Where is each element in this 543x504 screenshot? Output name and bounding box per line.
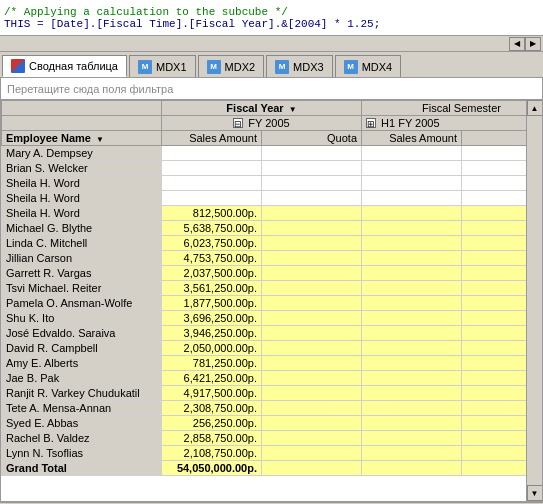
expand-h1fy2005[interactable]: ⊞ [366,118,376,128]
code-bar: /* Applying a calculation to the subcube… [0,0,543,36]
employee-name-cell: Rachel B. Valdez [2,431,162,446]
expand-fy2005[interactable]: ⊟ [233,118,243,128]
employee-col-header-mid [2,116,162,131]
employee-name-cell: Mary A. Dempsey [2,146,162,161]
tab-mdx2[interactable]: M MDX2 [198,55,265,77]
scrollbar-track[interactable] [527,116,542,485]
data-cell [262,176,362,191]
employee-name-cell: David R. Campbell [2,341,162,356]
tab-pivot[interactable]: Сводная таблица [2,55,127,77]
data-cell [362,236,462,251]
comment-line: /* Applying a calculation to the subcube… [4,6,539,18]
fy2005-header: ⊟ FY 2005 [162,116,362,131]
data-cell [362,221,462,236]
fiscal-year-header: Fiscal Year ▼ [162,101,362,116]
employee-name-cell: Michael G. Blythe [2,221,162,236]
data-cell [362,281,462,296]
data-cell [362,386,462,401]
filter-placeholder: Перетащите сюда поля фильтра [7,83,173,95]
employee-name-cell: Amy E. Alberts [2,356,162,371]
fy-sales-header: Sales Amount [162,131,262,146]
tab-mdx1[interactable]: M MDX1 [129,55,196,77]
data-cell [262,446,362,461]
main-content: Fiscal Year ▼ Fiscal Semester Grand Tota… [0,100,543,502]
employee-name-cell: Jae B. Pak [2,371,162,386]
data-cell: 256,250.00р. [162,416,262,431]
scroll-left-button[interactable]: ◀ [509,37,525,51]
data-cell [462,221,527,236]
vertical-scrollbar: ▲ ▼ [526,100,542,501]
table-row: Sheila H. Word [2,191,527,206]
employee-name-cell: Ranjit R. Varkey Chudukatil [2,386,162,401]
data-cell: 2,108,750.00р. [162,446,262,461]
mdx3-icon: M [275,60,289,74]
data-cell: 2,037,500.00р. [162,266,262,281]
scroll-arrows-bar: ◀ ▶ [0,36,543,52]
tab-mdx3[interactable]: M MDX3 [266,55,333,77]
mdx2-icon: M [207,60,221,74]
table-row: Jillian Carson4,753,750.00р.4,753,750.00… [2,251,527,266]
column-header-row1: Fiscal Year ▼ Fiscal Semester Grand Tota… [2,101,527,116]
data-cell [362,176,462,191]
data-cell [462,176,527,191]
data-cell [362,371,462,386]
data-cell [462,296,527,311]
column-header-row3: Employee Name ▼ Sales Amount Quota Sales… [2,131,527,146]
employee-name-cell: Syed E. Abbas [2,416,162,431]
data-cell [462,146,527,161]
fiscal-year-label: Fiscal Year [226,102,283,114]
data-cell: 781,250.00р. [162,356,262,371]
data-cell [462,356,527,371]
table-row: Tsvi Michael. Reiter3,561,250.00р.3,561,… [2,281,527,296]
data-cell [162,176,262,191]
employee-name-cell: Sheila H. Word [2,206,162,221]
data-cell [362,341,462,356]
table-row: José Edvaldo. Saraiva3,946,250.00р.3,946… [2,326,527,341]
table-row: Rachel B. Valdez2,858,750.00р.2,858,750.… [2,431,527,446]
employee-name-cell: José Edvaldo. Saraiva [2,326,162,341]
table-row: Lynn N. Tsoflias2,108,750.00р.2,108,750.… [2,446,527,461]
data-cell: 1,877,500.00р. [162,296,262,311]
data-cell [462,236,527,251]
employee-name-cell: Lynn N. Tsoflias [2,446,162,461]
data-cell [262,341,362,356]
fy-quota-header: Quota [262,131,362,146]
table-row: Linda C. Mitchell6,023,750.00р.6,023,750… [2,236,527,251]
data-cell [462,341,527,356]
table-row: Shu K. Ito3,696,250.00р.3,696,250.00р. [2,311,527,326]
h1-quota-header: Quota [462,131,527,146]
data-cell [262,416,362,431]
table-row: Mary A. Dempsey [2,146,527,161]
data-cell [462,311,527,326]
scroll-up-button[interactable]: ▲ [527,100,543,116]
data-cell [262,251,362,266]
data-cell: 2,858,750.00р. [162,431,262,446]
employee-sort-icon: ▼ [96,135,104,144]
employee-name-cell: Tete A. Mensa-Annan [2,401,162,416]
tab-mdx4[interactable]: M MDX4 [335,55,402,77]
sort-icon: ▼ [289,105,297,114]
employee-name-cell: Jillian Carson [2,251,162,266]
scroll-right-button[interactable]: ▶ [525,37,541,51]
employee-name-header[interactable]: Employee Name ▼ [2,131,162,146]
data-cell [462,161,527,176]
table-row: Brian S. Welcker [2,161,527,176]
scroll-down-button[interactable]: ▼ [527,485,543,501]
grand-total-fy-sales: 54,050,000.00р. [162,461,262,476]
data-cell: 2,308,750.00р. [162,401,262,416]
grand-total-name: Grand Total [2,461,162,476]
grand-total-fy-quota [262,461,362,476]
data-cell [262,356,362,371]
data-cell [162,191,262,206]
grand-total-h1-quota [462,461,527,476]
data-cell [162,161,262,176]
table-row: Pamela O. Ansman-Wolfe1,877,500.00р.1,87… [2,296,527,311]
employee-name-cell: Sheila H. Word [2,176,162,191]
data-cell [262,431,362,446]
data-cell [362,326,462,341]
table-row: Michael G. Blythe5,638,750.00р.5,638,750… [2,221,527,236]
data-cell [262,401,362,416]
data-cell [362,446,462,461]
data-cell [262,371,362,386]
data-cell [362,191,462,206]
